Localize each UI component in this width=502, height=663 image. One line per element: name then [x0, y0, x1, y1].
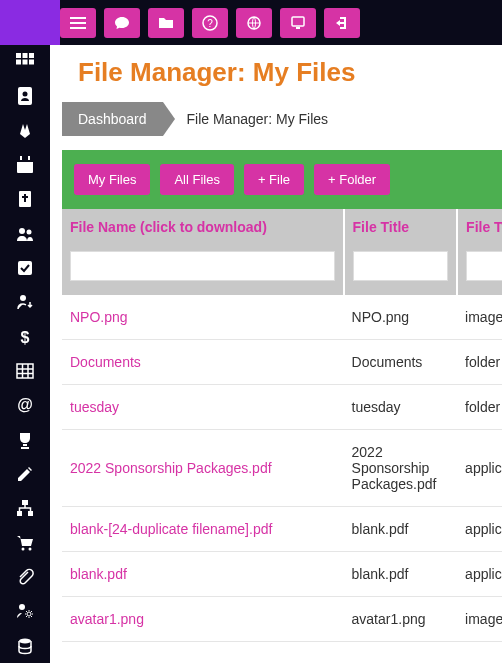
chat-button[interactable] [104, 8, 140, 38]
file-type-cell: application/p [457, 552, 502, 597]
svg-rect-35 [17, 511, 22, 516]
folder-button[interactable] [148, 8, 184, 38]
svg-rect-34 [22, 500, 28, 505]
breadcrumb: Dashboard File Manager: My Files [62, 102, 502, 136]
sidebar-attach[interactable] [0, 560, 50, 594]
file-link[interactable]: tuesday [70, 399, 119, 415]
svg-rect-13 [29, 60, 34, 65]
table-icon [16, 362, 34, 380]
sidebar-finance[interactable]: $ [0, 320, 50, 354]
file-type-cell: image/png [457, 295, 502, 340]
header-name[interactable]: File Name (click to download) [62, 209, 344, 245]
filter-title-input[interactable] [353, 251, 449, 281]
at-icon: @ [16, 396, 34, 414]
addfolder-button[interactable]: + Folder [314, 164, 390, 195]
hands-icon [16, 122, 34, 140]
main-content: File Manager: My Files Dashboard File Ma… [50, 45, 502, 663]
sidebar-dashboard[interactable] [0, 45, 50, 79]
sidebar-groups[interactable] [0, 217, 50, 251]
addfile-button[interactable]: + File [244, 164, 304, 195]
svg-point-23 [19, 228, 25, 234]
file-title-cell: Documents [344, 340, 458, 385]
sidebar-download[interactable] [0, 285, 50, 319]
svg-rect-19 [28, 156, 30, 160]
svg-point-26 [20, 295, 26, 301]
svg-point-40 [27, 612, 31, 616]
sidebar-trophy[interactable] [0, 423, 50, 457]
breadcrumb-dashboard[interactable]: Dashboard [62, 102, 163, 136]
svg-point-24 [27, 229, 32, 234]
files-table: File Name (click to download) File Title… [62, 209, 502, 642]
menu-button[interactable] [60, 8, 96, 38]
sidebar-cart[interactable] [0, 526, 50, 560]
check-icon [16, 259, 34, 277]
allfiles-button[interactable]: All Files [160, 164, 234, 195]
paperclip-icon [16, 568, 34, 586]
file-link[interactable]: blank-[24-duplicate filename].pdf [70, 521, 272, 537]
trophy-icon [16, 431, 34, 449]
sidebar-tasks[interactable] [0, 251, 50, 285]
svg-rect-12 [23, 60, 28, 65]
file-link[interactable]: blank.pdf [70, 566, 127, 582]
svg-point-41 [19, 638, 31, 643]
sitemap-icon [16, 499, 34, 517]
file-link[interactable]: 2022 Sponsorship Packages.pdf [70, 460, 272, 476]
header-type[interactable]: File Type [457, 209, 502, 245]
sidebar-contacts[interactable] [0, 79, 50, 113]
svg-rect-25 [18, 261, 32, 275]
svg-point-39 [19, 604, 25, 610]
svg-rect-18 [20, 156, 22, 160]
svg-rect-8 [16, 53, 21, 58]
sidebar-calendar[interactable] [0, 148, 50, 182]
sidebar-usercog[interactable] [0, 594, 50, 628]
sidebar-bible[interactable] [0, 182, 50, 216]
file-type-cell: application/p [457, 507, 502, 552]
filter-type-input[interactable] [466, 251, 502, 281]
sidebar-database[interactable] [0, 629, 50, 663]
file-title-cell: 2022 Sponsorship Packages.pdf [344, 430, 458, 507]
file-type-cell: folder [457, 340, 502, 385]
edit-icon [16, 465, 34, 483]
sidebar-table[interactable] [0, 354, 50, 388]
file-link[interactable]: NPO.png [70, 309, 128, 325]
table-row: blank-[24-duplicate filename].pdfblank.p… [62, 507, 502, 552]
bars-icon [70, 15, 86, 31]
userdown-icon [16, 293, 34, 311]
svg-rect-2 [70, 27, 86, 29]
help-button[interactable]: ? [192, 8, 228, 38]
users-icon [16, 225, 34, 243]
file-type-cell: folder [457, 385, 502, 430]
sidebar-email[interactable]: @ [0, 388, 50, 422]
signout-icon [334, 15, 350, 31]
globe-icon [246, 15, 262, 31]
addressbook-icon [16, 87, 34, 105]
table-row: tuesdaytuesdayfolder [62, 385, 502, 430]
topbar: ? [0, 0, 502, 45]
sidebar-edit[interactable] [0, 457, 50, 491]
svg-rect-9 [23, 53, 28, 58]
sidebar-flow[interactable] [0, 491, 50, 525]
svg-point-15 [23, 92, 28, 97]
sidebar: $ @ [0, 45, 50, 663]
file-link[interactable]: avatar1.png [70, 611, 144, 627]
table-row: DocumentsDocumentsfolder [62, 340, 502, 385]
myfiles-button[interactable]: My Files [74, 164, 150, 195]
table-wrapper: File Name (click to download) File Title… [62, 209, 502, 642]
breadcrumb-current: File Manager: My Files [187, 111, 329, 127]
svg-point-38 [29, 547, 32, 550]
globe-button[interactable] [236, 8, 272, 38]
svg-rect-22 [22, 196, 28, 198]
filter-name-input[interactable] [70, 251, 335, 281]
desktop-icon [290, 15, 306, 31]
logout-button[interactable] [324, 8, 360, 38]
sidebar-pray[interactable] [0, 114, 50, 148]
file-link[interactable]: Documents [70, 354, 141, 370]
svg-rect-1 [70, 22, 86, 24]
cart-icon [16, 534, 34, 552]
file-type-cell: image/png [457, 597, 502, 642]
chat-icon [114, 15, 130, 31]
desktop-button[interactable] [280, 8, 316, 38]
table-row: avatar1.pngavatar1.pngimage/png [62, 597, 502, 642]
table-row: NPO.pngNPO.pngimage/png [62, 295, 502, 340]
header-title[interactable]: File Title [344, 209, 458, 245]
